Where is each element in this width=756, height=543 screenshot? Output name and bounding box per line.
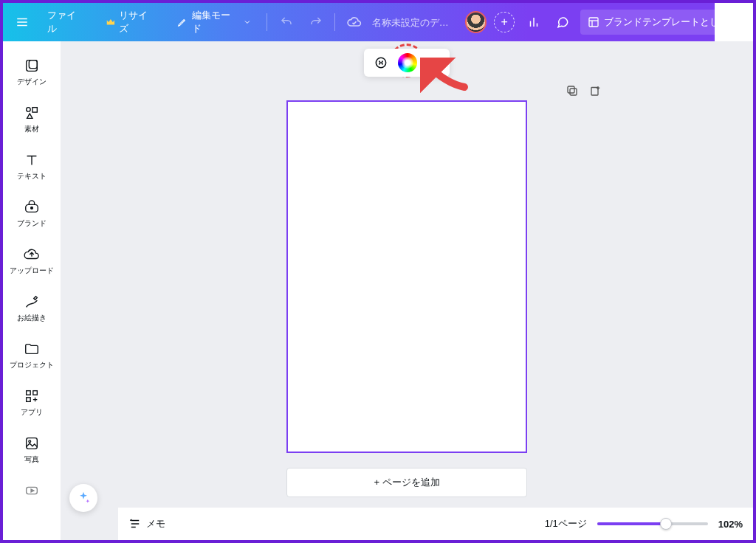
svg-rect-24 bbox=[568, 86, 574, 93]
svg-rect-17 bbox=[27, 398, 31, 402]
notes-label: メモ bbox=[146, 517, 165, 530]
insights-button[interactable] bbox=[522, 10, 546, 34]
app-root: ファイル リサイズ 編集モード + bbox=[0, 0, 756, 543]
canvas-page[interactable] bbox=[286, 100, 527, 453]
sidebar-item-label: アップロード bbox=[10, 266, 54, 276]
background-color-button[interactable] bbox=[398, 53, 417, 72]
sidebar-item-label: お絵描き bbox=[17, 313, 47, 323]
resize-label: リサイズ bbox=[119, 9, 157, 35]
context-toolbar: 配置 bbox=[364, 49, 450, 77]
crown-icon bbox=[106, 17, 116, 27]
sidebar-item-apps[interactable]: アプリ bbox=[3, 381, 61, 428]
separator bbox=[267, 13, 267, 31]
animate-icon bbox=[374, 55, 388, 70]
body: デザイン 素材 テキスト ブランド アップロード お絵描き bbox=[3, 41, 753, 540]
topbar: ファイル リサイズ 編集モード + bbox=[3, 3, 753, 41]
page-counter: 1/1ページ bbox=[545, 517, 587, 530]
svg-rect-9 bbox=[27, 60, 38, 72]
svg-rect-23 bbox=[570, 89, 577, 95]
comments-button[interactable] bbox=[551, 10, 574, 34]
pencil-icon bbox=[177, 17, 188, 27]
bottombar: メモ 1/1ページ 102% bbox=[118, 508, 753, 540]
svg-marker-21 bbox=[31, 489, 34, 492]
file-menu[interactable]: ファイル bbox=[40, 10, 92, 34]
template-icon bbox=[588, 16, 599, 28]
sidebar-item-text[interactable]: テキスト bbox=[3, 145, 61, 192]
position-button[interactable]: 配置 bbox=[425, 57, 442, 69]
svg-rect-10 bbox=[29, 60, 37, 69]
cloud-check-icon bbox=[347, 15, 362, 30]
add-member-button[interactable]: + bbox=[492, 10, 516, 34]
duplicate-page-button[interactable] bbox=[566, 84, 579, 97]
sidebar-item-brand[interactable]: ブランド bbox=[3, 192, 61, 239]
menu-button[interactable] bbox=[10, 10, 34, 34]
sidebar-item-label: 写真 bbox=[24, 454, 39, 465]
add-page-wide-button[interactable]: + ページを追加 bbox=[286, 468, 527, 497]
comment-icon bbox=[556, 15, 569, 29]
cloud-sync-button[interactable] bbox=[343, 10, 366, 34]
sidebar-item-design[interactable]: デザイン bbox=[3, 50, 61, 97]
svg-point-14 bbox=[31, 207, 33, 210]
sidebar-item-label: アプリ bbox=[21, 407, 43, 418]
notes-button[interactable]: メモ bbox=[128, 517, 165, 530]
edit-mode-label: 編集モード bbox=[192, 9, 239, 35]
svg-rect-18 bbox=[27, 438, 38, 449]
design-title-input[interactable] bbox=[372, 17, 453, 28]
chart-icon bbox=[527, 15, 540, 29]
zoom-slider[interactable] bbox=[597, 522, 708, 525]
elements-icon bbox=[24, 105, 40, 121]
svg-rect-15 bbox=[27, 391, 31, 395]
svg-rect-12 bbox=[32, 108, 37, 112]
sidebar-item-more[interactable] bbox=[3, 475, 61, 509]
add-page-icon bbox=[589, 84, 602, 97]
sidebar-item-label: デザイン bbox=[17, 77, 47, 87]
resize-button[interactable]: リサイズ bbox=[98, 10, 164, 34]
brand-icon bbox=[24, 199, 40, 215]
notes-icon bbox=[128, 517, 142, 530]
plus-circle-icon: + bbox=[494, 12, 515, 32]
duplicate-icon bbox=[566, 84, 579, 97]
sidebar-item-projects[interactable]: プロジェクト bbox=[3, 333, 61, 381]
editor-main: 配置 + ページを追加 bbox=[61, 41, 753, 540]
sidebar-item-uploads[interactable]: アップロード bbox=[3, 239, 61, 286]
sparkle-icon bbox=[76, 491, 91, 505]
video-icon bbox=[24, 483, 40, 499]
edit-mode-button[interactable]: 編集モード bbox=[170, 10, 259, 34]
sidebar: デザイン 素材 テキスト ブランド アップロード お絵描き bbox=[3, 41, 61, 540]
user-avatar[interactable] bbox=[465, 11, 487, 33]
magic-button[interactable] bbox=[69, 484, 97, 512]
svg-rect-6 bbox=[589, 18, 598, 27]
color-wheel-icon bbox=[398, 53, 417, 72]
slider-track bbox=[597, 522, 708, 525]
chevron-down-icon bbox=[243, 18, 252, 27]
svg-point-11 bbox=[27, 108, 31, 112]
separator bbox=[334, 13, 335, 31]
hamburger-icon bbox=[16, 15, 29, 29]
text-icon bbox=[24, 152, 40, 168]
animate-button[interactable] bbox=[371, 53, 391, 72]
sidebar-item-photos[interactable]: 写真 bbox=[3, 428, 61, 475]
upload-icon bbox=[24, 246, 40, 263]
svg-rect-16 bbox=[33, 391, 38, 395]
avatar-image bbox=[467, 13, 486, 32]
sidebar-item-elements[interactable]: 素材 bbox=[3, 97, 61, 145]
add-page-button[interactable] bbox=[589, 84, 602, 97]
sidebar-item-label: ブランド bbox=[17, 218, 47, 229]
redo-button[interactable] bbox=[304, 10, 328, 34]
zoom-value[interactable]: 102% bbox=[718, 519, 743, 530]
folder-icon bbox=[24, 341, 40, 357]
sidebar-item-label: テキスト bbox=[17, 171, 47, 181]
photo-icon bbox=[24, 435, 40, 452]
page-actions bbox=[566, 84, 602, 97]
draw-icon bbox=[24, 294, 40, 310]
slider-fill bbox=[597, 522, 666, 525]
svg-rect-25 bbox=[591, 88, 598, 96]
undo-button[interactable] bbox=[275, 10, 298, 34]
sidebar-item-label: 素材 bbox=[24, 124, 39, 134]
apps-icon bbox=[24, 388, 40, 404]
slider-thumb[interactable] bbox=[660, 518, 672, 530]
design-icon bbox=[24, 58, 40, 74]
sidebar-item-draw[interactable]: お絵描き bbox=[3, 286, 61, 333]
sidebar-item-label: プロジェクト bbox=[10, 360, 54, 370]
undo-icon bbox=[280, 15, 293, 29]
